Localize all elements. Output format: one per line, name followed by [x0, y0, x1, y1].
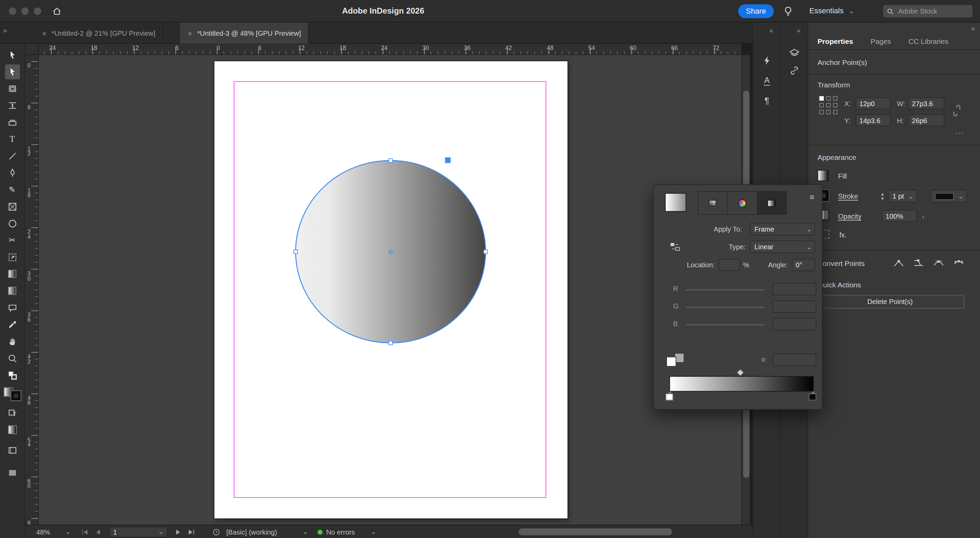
lightbulb-icon[interactable]: [782, 5, 795, 18]
previous-page-button[interactable]: [95, 525, 101, 538]
stroke-swatch[interactable]: [11, 391, 21, 401]
close-icon[interactable]: ×: [188, 29, 192, 38]
character-panel-icon[interactable]: A: [759, 73, 775, 89]
tool-page[interactable]: [5, 81, 20, 96]
location-field[interactable]: [719, 259, 740, 271]
gradient-stop-start[interactable]: [666, 394, 673, 400]
convert-point-symmetric-icon[interactable]: [952, 256, 966, 270]
color-wheel-tab-icon[interactable]: [728, 192, 757, 214]
hex-field[interactable]: [772, 354, 816, 366]
tool-content-collector[interactable]: [5, 114, 20, 130]
fill-color-swatch[interactable]: [817, 170, 829, 181]
stroke-label[interactable]: Stroke: [838, 192, 858, 200]
apply-gradient-button[interactable]: [5, 422, 20, 437]
stroke-weight-stepper[interactable]: ▲▼: [878, 190, 887, 202]
chevron-down-icon[interactable]: ⌄: [371, 525, 376, 538]
reference-point-proxy[interactable]: [819, 96, 837, 114]
tool-direct-selection[interactable]: [5, 64, 20, 79]
home-icon[interactable]: [51, 6, 63, 17]
anchor-point-bottom[interactable]: [388, 341, 392, 345]
tool-rectangle-frame[interactable]: [5, 199, 20, 214]
gradient-tab-icon[interactable]: [757, 192, 786, 214]
default-fill-stroke-icon[interactable]: [5, 368, 20, 382]
tool-eyedropper[interactable]: [5, 317, 20, 332]
fx-label[interactable]: fx.: [840, 231, 846, 239]
tab-cc-libraries[interactable]: CC Libraries: [908, 37, 948, 44]
tool-hand[interactable]: [5, 334, 20, 349]
horizontal-ruler[interactable]: 2418126061218243036424854606672: [39, 44, 741, 55]
stroke-color-select[interactable]: ⌄: [931, 190, 967, 202]
tool-gap[interactable]: [5, 98, 20, 113]
tool-note[interactable]: [5, 300, 20, 315]
screen-mode-preview-button[interactable]: [5, 465, 20, 480]
tab-overflow-icon[interactable]: »: [3, 26, 7, 34]
chevron-down-icon[interactable]: ⌄: [302, 525, 308, 538]
layers-panel-icon[interactable]: [786, 45, 803, 61]
channel-b-field[interactable]: [772, 318, 816, 330]
expand-panels-icon[interactable]: «: [797, 26, 801, 34]
gradient-midpoint-marker[interactable]: [737, 370, 743, 376]
anchor-point-left[interactable]: [294, 250, 298, 254]
tool-scissors[interactable]: ✂: [5, 233, 20, 248]
anchor-point-top[interactable]: [388, 159, 392, 163]
delete-points-button[interactable]: Delete Point(s): [816, 295, 964, 308]
more-options-icon[interactable]: ···: [956, 129, 964, 136]
tool-gradient-swatch[interactable]: [5, 266, 20, 281]
vertical-ruler[interactable]: 0612182430364248546066: [25, 55, 38, 525]
angle-field[interactable]: 0°: [792, 259, 815, 271]
panel-menu-icon[interactable]: ≡: [810, 192, 814, 202]
links-panel-icon[interactable]: [786, 63, 803, 79]
stroke-weight-select[interactable]: 1 pt ⌄: [888, 190, 917, 202]
paragraph-panel-icon[interactable]: ¶: [759, 92, 775, 109]
convert-point-plain-icon[interactable]: [892, 256, 905, 270]
gradient-preview-swatch[interactable]: [665, 193, 686, 212]
fill-label[interactable]: Fill: [838, 172, 847, 180]
apply-to-select[interactable]: Frame ⌄: [750, 223, 815, 236]
convert-point-corner-icon[interactable]: [912, 256, 926, 270]
swatches-tab-icon[interactable]: [698, 192, 728, 214]
h-field[interactable]: 26p6: [908, 114, 945, 126]
collapse-panel-icon[interactable]: »: [971, 24, 975, 32]
preflight-profile[interactable]: [Basic] (working): [226, 525, 277, 538]
x-field[interactable]: 12p0: [856, 98, 891, 110]
tool-ellipse[interactable]: [5, 216, 20, 231]
window-close-button[interactable]: [9, 8, 16, 15]
channel-r-field[interactable]: [772, 283, 816, 295]
convert-point-smooth-icon[interactable]: [932, 256, 946, 270]
tool-line[interactable]: [5, 148, 20, 163]
workspace-switcher[interactable]: Essentials ⌄: [810, 6, 854, 15]
tool-selection[interactable]: [5, 47, 20, 62]
last-page-button[interactable]: [188, 525, 195, 538]
close-icon[interactable]: ×: [42, 29, 47, 38]
zoom-level[interactable]: 48%: [37, 525, 50, 538]
tool-type[interactable]: T: [5, 132, 20, 147]
formatting-affects-toggle[interactable]: T: [5, 405, 20, 420]
y-field[interactable]: 14p3.6: [856, 114, 891, 126]
document-tab-untitled-2[interactable]: × *Untitled-2 @ 21% [GPU Preview]: [34, 22, 163, 43]
tool-zoom[interactable]: [5, 351, 20, 366]
opacity-expand-icon[interactable]: ›: [918, 210, 928, 222]
tool-free-transform[interactable]: [5, 250, 20, 265]
opacity-label[interactable]: Opacity: [838, 212, 862, 220]
tab-pages[interactable]: Pages: [870, 37, 891, 44]
adobe-stock-search[interactable]: [883, 5, 972, 18]
preflight-menu-icon[interactable]: [212, 525, 220, 538]
gradient-ramp[interactable]: [669, 376, 814, 392]
w-field[interactable]: 27p3.6: [908, 98, 945, 110]
page-number-field[interactable]: 1 ⌄: [109, 527, 167, 537]
stock-search-input[interactable]: [897, 7, 959, 16]
anchor-point-right[interactable]: [484, 250, 488, 254]
reverse-gradient-icon[interactable]: [669, 242, 681, 252]
fill-stroke-swatches[interactable]: [5, 385, 20, 403]
tab-properties[interactable]: Properties: [817, 37, 853, 44]
tool-gradient-feather[interactable]: [5, 283, 20, 298]
window-minimize-button[interactable]: [21, 8, 29, 15]
constrain-proportions-icon[interactable]: [951, 102, 963, 119]
preflight-status[interactable]: No errors: [326, 525, 355, 538]
opacity-field[interactable]: 100%: [882, 210, 917, 222]
channel-g-slider[interactable]: [686, 307, 764, 308]
pasteboard[interactable]: [39, 55, 741, 525]
gradient-stop-end[interactable]: [809, 394, 816, 400]
next-page-button[interactable]: [175, 525, 181, 538]
stop-color-proxy-front[interactable]: [666, 357, 676, 367]
